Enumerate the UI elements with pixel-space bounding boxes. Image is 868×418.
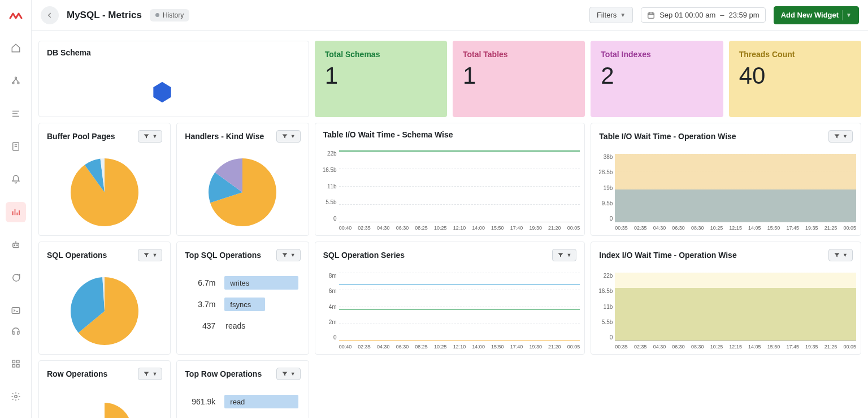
widget-filter-button[interactable]: ▼	[276, 130, 301, 143]
top-list-row: 6.7mwrites	[187, 276, 298, 290]
filter-icon	[281, 370, 288, 377]
caret-down-icon: ▼	[846, 12, 852, 18]
history-label: History	[163, 11, 184, 19]
stat-card: Total Schemas1	[315, 41, 447, 117]
widget-title: Handlers - Kind Wise	[185, 132, 264, 141]
nav-apps-icon[interactable]	[6, 354, 26, 374]
stat-value: 1	[325, 62, 437, 89]
pie-chart	[71, 396, 138, 418]
top-list-row: 961.9kread	[187, 395, 298, 408]
widget-table-io-schema: Table I/O Wait Time - Schema Wise 22b16.…	[315, 123, 585, 236]
svg-rect-9	[16, 360, 19, 363]
nav-terminal-icon[interactable]	[6, 300, 26, 321]
widget-top-row: Top Row Operations ▼ 961.9kread	[176, 360, 309, 418]
page-title: MySQL - Metrics	[67, 10, 142, 21]
widget-filter-button[interactable]: ▼	[138, 130, 162, 143]
add-widget-label: Add New Widget	[781, 11, 839, 19]
add-widget-button[interactable]: Add New Widget ▼	[774, 6, 859, 24]
calendar-icon	[647, 11, 655, 19]
filter-icon	[281, 252, 288, 258]
filter-icon	[834, 133, 840, 140]
stat-card: Total Tables1	[453, 41, 585, 117]
widget-filter-button[interactable]: ▼	[138, 368, 162, 380]
widget-title: Buffer Pool Pages	[47, 132, 115, 141]
widget-filter-button[interactable]: ▼	[276, 249, 301, 261]
top-value: 6.7m	[187, 278, 215, 287]
svg-point-5	[14, 245, 15, 246]
filter-icon	[143, 252, 150, 258]
dashboard-grid: DB Schema Total Schemas1Total Tables1Tot…	[38, 41, 861, 418]
nav-chat-icon[interactable]	[6, 268, 26, 288]
widget-row-ops: Row Operations ▼	[38, 360, 171, 418]
svg-point-6	[16, 245, 18, 246]
app-root: 😊 MySQL - Metrics History Filters ▼ Sep …	[0, 0, 868, 418]
app-logo-icon	[9, 9, 23, 24]
caret-down-icon: ▼	[152, 371, 157, 377]
svg-marker-14	[153, 82, 171, 103]
widget-title: Row Operations	[47, 369, 107, 378]
caret-down-icon: ▼	[843, 133, 848, 139]
top-bar: writes	[224, 276, 298, 290]
widget-filter-button[interactable]: ▼	[138, 249, 162, 261]
content: DB Schema Total Schemas1Total Tables1Tot…	[32, 31, 868, 418]
widget-title: Table I/O Wait Time - Schema Wise	[323, 130, 453, 139]
svg-point-0	[15, 77, 16, 79]
stat-value: 2	[601, 62, 713, 89]
stat-title: Total Schemas	[325, 50, 437, 59]
svg-point-2	[18, 82, 19, 84]
filter-icon	[281, 133, 288, 140]
nav-metrics-icon[interactable]	[6, 202, 26, 222]
hexagon-icon[interactable]	[152, 81, 172, 104]
caret-down-icon: ▼	[566, 252, 571, 258]
caret-down-icon: ▼	[290, 133, 296, 139]
stat-title: Total Tables	[463, 50, 575, 59]
top-value: 3.7m	[187, 300, 215, 309]
filters-label: Filters	[597, 11, 617, 19]
date-range-picker[interactable]: Sep 01 00:00 am – 23:59 pm	[641, 7, 765, 23]
nav-bot-icon[interactable]	[6, 235, 26, 255]
svg-rect-13	[648, 12, 654, 18]
svg-rect-8	[12, 360, 15, 363]
svg-point-1	[12, 82, 14, 84]
widget-title: Table I/O Wait Time - Operation Wise	[599, 132, 736, 141]
filter-icon	[557, 252, 564, 258]
sidebar: 😊	[0, 0, 32, 418]
nav-docs-icon[interactable]	[6, 136, 26, 157]
widget-filter-button[interactable]: ▼	[276, 368, 301, 380]
svg-rect-11	[16, 365, 19, 368]
top-value: 961.9k	[187, 397, 215, 406]
widget-sql-ops: SQL Operations ▼	[38, 242, 171, 355]
filter-icon	[834, 252, 840, 258]
caret-down-icon: ▼	[290, 252, 296, 258]
nav-settings-icon[interactable]	[6, 386, 26, 407]
stat-title: Total Indexes	[601, 50, 713, 59]
back-button[interactable]	[41, 6, 59, 24]
stat-cards: Total Schemas1Total Tables1Total Indexes…	[315, 41, 861, 117]
nav-alerts-icon[interactable]	[6, 169, 26, 189]
stat-value: 1	[463, 62, 575, 89]
widget-filter-button[interactable]: ▼	[552, 249, 576, 261]
top-value: 437	[187, 321, 215, 330]
nav-logs-icon[interactable]	[6, 104, 26, 124]
widget-title: SQL Operation Series	[323, 251, 405, 260]
stat-card: Threads Count40	[729, 41, 861, 117]
pie-chart	[68, 274, 141, 348]
widget-db-schema: DB Schema	[38, 41, 309, 117]
topbar: MySQL - Metrics History Filters ▼ Sep 01…	[32, 0, 868, 31]
widget-filter-button[interactable]: ▼	[828, 130, 853, 143]
nav-home-icon[interactable]	[6, 38, 26, 58]
history-chip[interactable]: History	[150, 9, 189, 21]
filter-icon	[143, 133, 150, 140]
main: MySQL - Metrics History Filters ▼ Sep 01…	[32, 0, 868, 418]
nav-support-icon[interactable]	[6, 321, 26, 341]
nav-topology-icon[interactable]	[6, 71, 26, 91]
widget-index-io: Index I/O Wait Time - Operation Wise ▼ 2…	[591, 242, 861, 355]
caret-down-icon: ▼	[152, 133, 157, 139]
caret-down-icon: ▼	[843, 252, 848, 258]
widget-title: Top SQL Operations	[185, 251, 261, 260]
widget-title: DB Schema	[47, 48, 91, 57]
top-bar: read	[224, 395, 298, 408]
widget-filter-button[interactable]: ▼	[828, 249, 853, 261]
filters-button[interactable]: Filters ▼	[589, 7, 633, 23]
svg-rect-7	[12, 308, 20, 314]
